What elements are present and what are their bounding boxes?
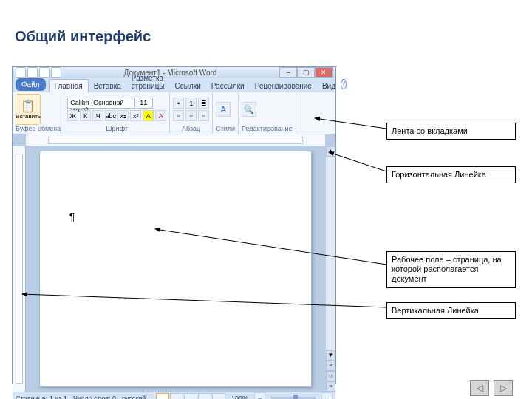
- fullscreen-reading-view-button[interactable]: [170, 393, 183, 400]
- align-left-button[interactable]: ≡: [173, 110, 184, 121]
- tab-layout[interactable]: Разметка страницы: [126, 72, 170, 92]
- status-bar: Страница: 1 из 1 Число слов: 0 русский 1…: [13, 392, 335, 399]
- bold-button[interactable]: Ж: [67, 110, 78, 121]
- undo-icon[interactable]: [39, 67, 50, 78]
- quick-access-toolbar: [16, 67, 61, 78]
- group-font: Calibri (Основной текст) 11 Ж К Ч abc x₂…: [64, 92, 170, 134]
- scroll-up-icon[interactable]: ▲: [326, 146, 335, 157]
- redo-icon[interactable]: [51, 67, 61, 78]
- italic-button[interactable]: К: [80, 110, 91, 121]
- status-lang[interactable]: русский: [122, 395, 146, 400]
- callout-workarea: Рабочее поле – страница, на которой расп…: [386, 251, 516, 288]
- prev-slide-button[interactable]: ◁: [470, 380, 489, 396]
- prev-page-icon[interactable]: «: [326, 361, 335, 371]
- zoom-in-button[interactable]: +: [321, 392, 332, 399]
- word-window: Документ1 - Microsoft Word – ▢ ✕ Файл Гл…: [12, 66, 336, 384]
- status-words[interactable]: Число слов: 0: [73, 395, 116, 400]
- help-icon[interactable]: ?: [341, 79, 347, 89]
- paste-button[interactable]: 📋 Вставить: [16, 94, 41, 125]
- group-editing: 🔍 Редактирование: [239, 92, 296, 134]
- window-buttons: – ▢ ✕: [279, 67, 332, 78]
- view-buttons: [156, 393, 225, 400]
- multilevel-button[interactable]: ≣: [198, 98, 209, 109]
- page-workspace[interactable]: ¶: [26, 146, 325, 392]
- pilcrow-mark: ¶: [69, 211, 75, 222]
- browse-icon[interactable]: ○: [326, 371, 335, 381]
- next-page-icon[interactable]: »: [326, 381, 335, 392]
- minimize-button[interactable]: –: [279, 67, 297, 78]
- group-styles: A Стили: [213, 92, 239, 134]
- group-font-label: Шрифт: [67, 125, 166, 132]
- group-editing-label: Редактирование: [242, 125, 293, 132]
- next-slide-button[interactable]: ▷: [494, 380, 513, 396]
- scroll-down-icon[interactable]: ▼: [326, 350, 335, 361]
- scroll-track[interactable]: [326, 157, 335, 350]
- tab-home[interactable]: Главная: [49, 79, 89, 92]
- zoom-value[interactable]: 108%: [231, 395, 248, 400]
- callout-hruler: Горизонтальная Линейка: [386, 166, 516, 183]
- group-paragraph-label: Абзац: [173, 125, 209, 132]
- draft-view-button[interactable]: [212, 393, 225, 400]
- tab-references[interactable]: Ссылки: [170, 80, 206, 92]
- status-page[interactable]: Страница: 1 из 1: [16, 395, 67, 400]
- find-icon[interactable]: 🔍: [242, 102, 256, 117]
- numbering-button[interactable]: 1: [185, 98, 197, 109]
- clipboard-icon: 📋: [21, 99, 35, 113]
- fontcolor-button[interactable]: A: [155, 110, 166, 121]
- sup-button[interactable]: x²: [130, 110, 141, 121]
- save-icon[interactable]: [27, 67, 38, 78]
- outline-view-button[interactable]: [198, 393, 211, 400]
- paste-label: Вставить: [16, 113, 41, 120]
- align-right-button[interactable]: ≡: [198, 110, 209, 121]
- vertical-ruler[interactable]: [13, 146, 26, 392]
- ribbon: 📋 Вставить Буфер обмена Calibri (Основно…: [13, 92, 335, 134]
- tab-view[interactable]: Вид: [317, 80, 341, 92]
- group-clipboard-label: Буфер обмена: [16, 125, 61, 132]
- tab-review[interactable]: Рецензирование: [250, 80, 317, 92]
- tab-mailings[interactable]: Рассылки: [206, 80, 250, 92]
- group-styles-label: Стили: [216, 125, 235, 132]
- tab-insert[interactable]: Вставка: [89, 80, 126, 92]
- document-area: ¶ ▲ ▼ « ○ »: [13, 134, 335, 392]
- zoom-slider[interactable]: [271, 397, 316, 400]
- print-layout-view-button[interactable]: [156, 393, 169, 400]
- tab-row: Файл Главная Вставка Разметка страницы С…: [13, 78, 335, 92]
- font-size-combo[interactable]: 11: [137, 98, 153, 109]
- document-page[interactable]: ¶: [39, 151, 312, 387]
- callout-vruler: Вертикальная Линейка: [386, 302, 516, 319]
- vertical-scrollbar[interactable]: ▲ ▼ « ○ »: [325, 146, 335, 392]
- group-clipboard: 📋 Вставить Буфер обмена: [13, 92, 64, 134]
- group-paragraph: • 1 ≣ ≡ ≡ ≡ Абзац: [170, 92, 213, 134]
- highlight-button[interactable]: A: [143, 110, 154, 121]
- sub-button[interactable]: x₂: [117, 110, 129, 121]
- bullets-button[interactable]: •: [173, 98, 184, 109]
- svg-line-1: [329, 152, 386, 171]
- maximize-button[interactable]: ▢: [297, 67, 315, 78]
- callout-ribbon: Лента со вкладками: [386, 123, 516, 140]
- window-title: Документ1 - Microsoft Word: [63, 69, 278, 77]
- align-center-button[interactable]: ≡: [185, 110, 197, 121]
- styles-icon[interactable]: A: [216, 102, 231, 117]
- slide-title: Общий интерфейс: [15, 28, 151, 45]
- web-layout-view-button[interactable]: [184, 393, 197, 400]
- underline-button[interactable]: Ч: [92, 110, 103, 121]
- app-icon: [16, 67, 26, 78]
- close-button[interactable]: ✕: [315, 67, 332, 78]
- font-name-combo[interactable]: Calibri (Основной текст): [67, 98, 135, 109]
- horizontal-ruler[interactable]: [26, 134, 325, 146]
- titlebar: Документ1 - Microsoft Word – ▢ ✕: [13, 67, 335, 78]
- zoom-out-button[interactable]: −: [254, 392, 265, 399]
- strike-button[interactable]: abc: [105, 110, 116, 121]
- tab-file[interactable]: Файл: [16, 78, 46, 91]
- zoom-thumb[interactable]: [293, 395, 298, 400]
- slide-nav: ◁ ▷: [470, 380, 513, 396]
